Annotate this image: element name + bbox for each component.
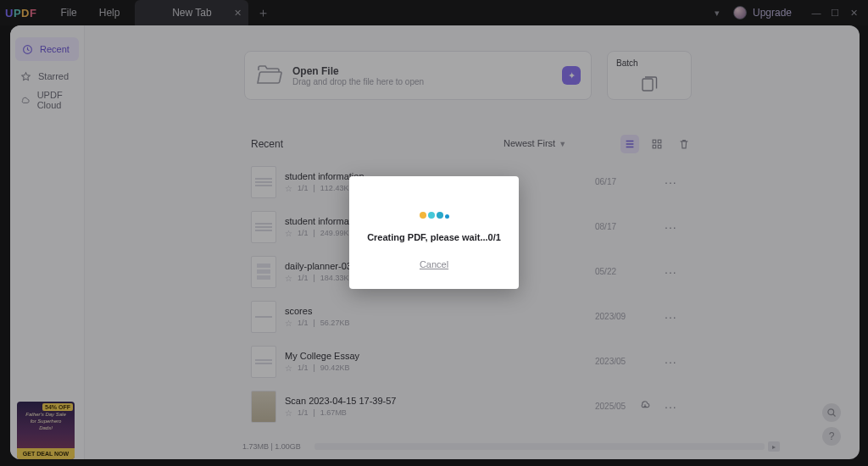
creating-pdf-modal: Creating PDF, please wait...0/1 Cancel xyxy=(349,176,519,289)
cancel-button[interactable]: Cancel xyxy=(420,259,448,269)
modal-message: Creating PDF, please wait...0/1 xyxy=(367,232,501,242)
loading-icon xyxy=(420,205,449,219)
